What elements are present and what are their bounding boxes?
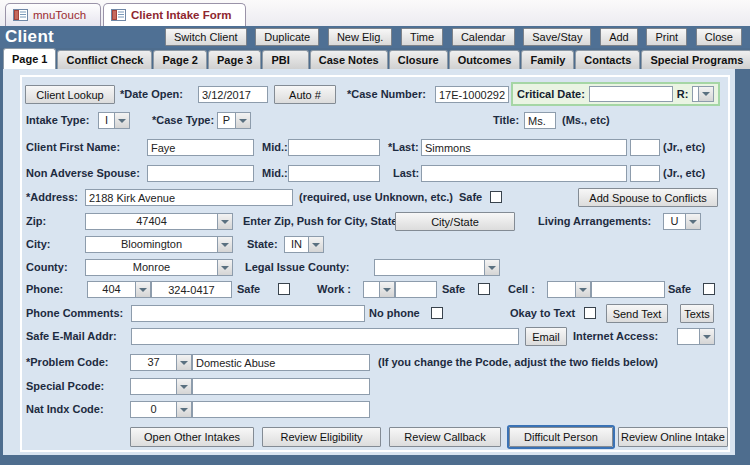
phone-label: Phone: bbox=[26, 280, 63, 299]
tab-special-programs[interactable]: Special Programs bbox=[641, 50, 750, 69]
tab-conflict-check[interactable]: Conflict Check bbox=[57, 50, 152, 69]
nat-indx-desc-input[interactable] bbox=[192, 401, 370, 418]
case-type-label: *Case Type: bbox=[152, 111, 214, 130]
print-button[interactable]: Print bbox=[646, 28, 687, 46]
problem-code-select[interactable]: 37 bbox=[130, 354, 192, 371]
special-pcode-desc-input[interactable] bbox=[192, 378, 370, 395]
difficult-person-button[interactable]: Difficult Person bbox=[509, 427, 613, 447]
row-problem-code: *Problem Code: 37 (If you change the Pco… bbox=[22, 353, 728, 372]
form-body: Client Lookup *Date Open: Auto # *Case N… bbox=[3, 69, 735, 455]
phone-comments-input[interactable] bbox=[131, 305, 365, 322]
spouse-last-name-input[interactable] bbox=[421, 165, 627, 182]
row-address: *Address: (required, use Unknown, etc.) … bbox=[22, 188, 728, 207]
duplicate-button[interactable]: Duplicate bbox=[255, 28, 319, 46]
address-label: *Address: bbox=[26, 188, 78, 207]
safe-address-checkbox[interactable] bbox=[490, 191, 502, 203]
address-hint: (required, use Unknown, etc.) bbox=[299, 188, 453, 207]
legal-issue-county-select[interactable] bbox=[374, 259, 500, 276]
work-phone-input[interactable] bbox=[395, 281, 437, 298]
cell-area-select[interactable] bbox=[547, 281, 591, 298]
texts-button[interactable]: Texts bbox=[680, 304, 714, 323]
row-footer-buttons: Open Other Intakes Review Eligibility Re… bbox=[22, 427, 728, 449]
special-pcode-select[interactable] bbox=[130, 378, 192, 395]
date-open-input[interactable] bbox=[198, 86, 268, 103]
document-tab-bar: mnuTouch Client Intake Form bbox=[0, 0, 750, 26]
calendar-button[interactable]: Calendar bbox=[452, 28, 515, 46]
problem-code-desc-input[interactable] bbox=[192, 354, 370, 371]
tab-page-3[interactable]: Page 3 bbox=[208, 50, 261, 69]
address-input[interactable] bbox=[85, 189, 293, 206]
add-spouse-to-conflicts-button[interactable]: Add Spouse to Conflicts bbox=[578, 188, 718, 207]
doc-tab-mnutouch[interactable]: mnuTouch bbox=[5, 3, 101, 26]
work-area-select[interactable] bbox=[363, 281, 395, 298]
okay-to-text-checkbox[interactable] bbox=[584, 307, 596, 319]
living-arrangements-label: Living Arrangements: bbox=[538, 212, 651, 231]
add-button[interactable]: Add bbox=[600, 28, 638, 46]
county-label: County: bbox=[26, 258, 68, 277]
middle-name-input[interactable] bbox=[288, 139, 380, 156]
chevron-down-icon bbox=[698, 86, 714, 102]
state-select[interactable]: IN bbox=[284, 236, 324, 253]
living-arrangements-select[interactable]: U bbox=[663, 213, 701, 230]
phone-comments-label: Phone Comments: bbox=[26, 304, 123, 323]
form-icon bbox=[111, 9, 126, 21]
tab-outcomes[interactable]: Outcomes bbox=[449, 50, 521, 69]
city-label: City: bbox=[26, 235, 50, 254]
last-name-input[interactable] bbox=[421, 139, 627, 156]
tab-family[interactable]: Family bbox=[521, 50, 574, 69]
cell-phone-input[interactable] bbox=[591, 281, 665, 298]
tab-pbi[interactable]: PBI bbox=[262, 50, 308, 69]
doc-tab-client-intake-form[interactable]: Client Intake Form bbox=[103, 3, 246, 26]
spouse-suffix-input[interactable] bbox=[630, 165, 660, 182]
suffix-input[interactable] bbox=[630, 139, 660, 156]
spouse-first-name-input[interactable] bbox=[147, 165, 254, 182]
tab-contacts[interactable]: Contacts bbox=[575, 50, 640, 69]
safe-email-input[interactable] bbox=[131, 328, 519, 345]
review-online-intake-button[interactable]: Review Online Intake bbox=[618, 427, 728, 447]
safe-cell-checkbox[interactable] bbox=[703, 283, 715, 295]
phone-area-select[interactable]: 404 bbox=[87, 281, 151, 298]
county-select[interactable]: Monroe bbox=[85, 259, 233, 276]
safe-work-checkbox[interactable] bbox=[478, 283, 490, 295]
switch-client-button[interactable]: Switch Client bbox=[165, 28, 247, 46]
safe-phone-checkbox[interactable] bbox=[278, 283, 290, 295]
no-phone-checkbox[interactable] bbox=[431, 307, 443, 319]
chevron-down-icon bbox=[484, 259, 500, 276]
tab-page-1[interactable]: Page 1 bbox=[3, 48, 56, 69]
open-other-intakes-button[interactable]: Open Other Intakes bbox=[130, 427, 254, 447]
city-state-button[interactable]: City/State bbox=[395, 212, 515, 231]
case-number-label: *Case Number: bbox=[347, 85, 426, 104]
close-button[interactable]: Close bbox=[696, 28, 742, 46]
new-elig-button[interactable]: New Elig. bbox=[328, 28, 392, 46]
save-stay-button[interactable]: Save/Stay bbox=[523, 28, 591, 46]
nat-indx-code-select[interactable]: 0 bbox=[130, 401, 192, 418]
spouse-middle-name-input[interactable] bbox=[288, 165, 380, 182]
review-eligibility-button[interactable]: Review Eligibility bbox=[262, 427, 381, 447]
chevron-down-icon bbox=[308, 236, 324, 253]
intake-type-select[interactable]: I bbox=[98, 112, 130, 129]
first-name-input[interactable] bbox=[147, 139, 254, 156]
city-select[interactable]: Bloomington bbox=[85, 236, 233, 253]
auto-number-button[interactable]: Auto # bbox=[274, 85, 336, 104]
internet-access-select[interactable] bbox=[677, 328, 715, 345]
email-button[interactable]: Email bbox=[525, 327, 567, 346]
r-select[interactable] bbox=[692, 86, 714, 102]
tab-closure[interactable]: Closure bbox=[389, 50, 448, 69]
tab-case-notes[interactable]: Case Notes bbox=[310, 50, 388, 69]
critical-date-input[interactable] bbox=[589, 86, 673, 102]
row-county: County: Monroe Legal Issue County: bbox=[22, 258, 728, 277]
phone-input[interactable] bbox=[151, 281, 232, 298]
problem-code-label: *Problem Code: bbox=[26, 353, 109, 372]
case-type-select[interactable]: P bbox=[217, 112, 251, 129]
tab-page-2[interactable]: Page 2 bbox=[153, 50, 206, 69]
review-callback-button[interactable]: Review Callback bbox=[389, 427, 501, 447]
page-title: Client bbox=[5, 27, 165, 47]
case-number-input[interactable] bbox=[435, 86, 509, 103]
client-lookup-button[interactable]: Client Lookup bbox=[25, 85, 115, 104]
send-text-button[interactable]: Send Text bbox=[606, 304, 668, 323]
title-input[interactable] bbox=[524, 112, 556, 129]
zip-label: Zip: bbox=[26, 212, 46, 231]
zip-select[interactable]: 47404 bbox=[85, 213, 233, 230]
time-button[interactable]: Time bbox=[401, 28, 443, 46]
state-label: State: bbox=[247, 235, 278, 254]
